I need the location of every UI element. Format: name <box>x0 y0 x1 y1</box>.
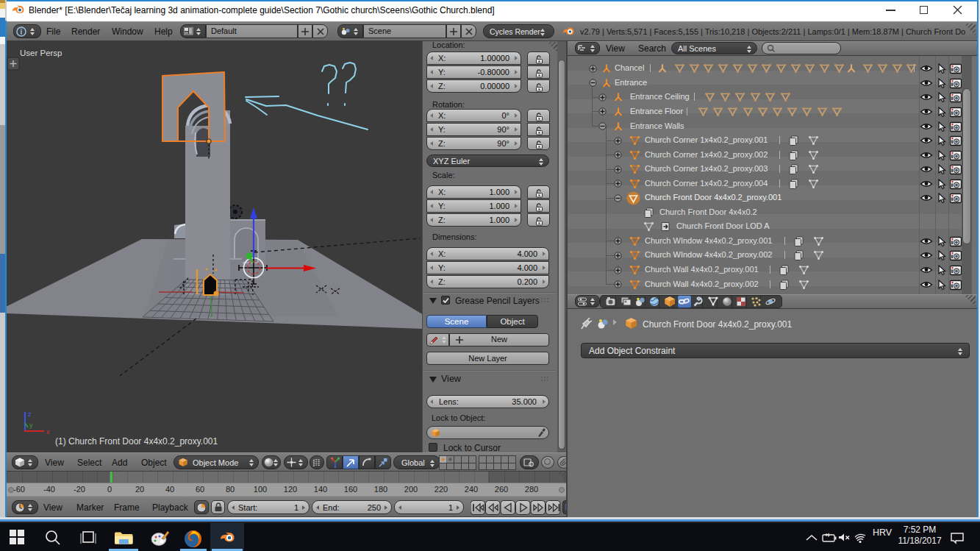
svg-text:y: y <box>29 422 33 429</box>
svg-text:User Persp: User Persp <box>20 49 62 57</box>
svg-text:x: x <box>46 428 50 436</box>
svg-text:i: i <box>21 28 23 36</box>
svg-text:(1) Church Front Door 4x4x0.2_: (1) Church Front Door 4x4x0.2_proxy.001 <box>55 436 218 447</box>
svg-text:z: z <box>28 410 32 418</box>
